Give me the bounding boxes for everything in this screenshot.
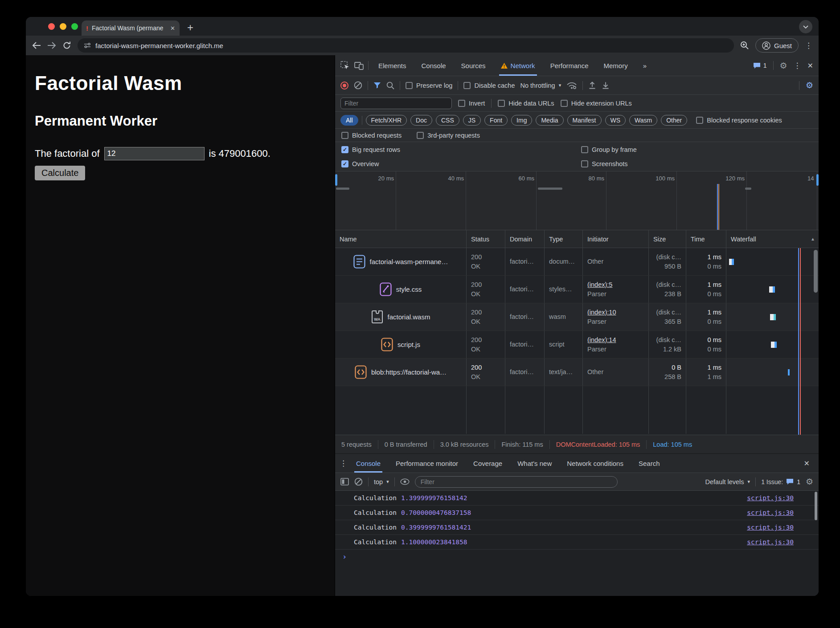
console-sidebar-icon[interactable] [340,478,349,485]
table-row[interactable]: style.css 200OK factori… styles… (index)… [335,276,819,303]
table-row[interactable]: script.js 200OK factori… script (index):… [335,331,819,359]
network-settings-icon[interactable]: ⚙ [806,81,813,90]
tab-elements[interactable]: Elements [373,55,412,76]
group-by-frame-checkbox[interactable] [581,146,588,153]
tab-close-icon[interactable]: ✕ [170,25,175,32]
drawer-tab-network-conditions[interactable]: Network conditions [561,454,630,473]
filter-pill-all[interactable]: All [340,115,358,126]
drawer-close-icon[interactable]: ✕ [804,459,814,468]
tab-network[interactable]: Network [496,55,541,76]
issues-counter[interactable]: 1 [753,62,767,69]
network-filter-input[interactable] [340,98,452,109]
tab-sources[interactable]: Sources [456,55,491,76]
tab-memory[interactable]: Memory [598,55,633,76]
clear-console-icon[interactable] [354,477,363,486]
drawer-tab-performance-monitor[interactable]: Performance monitor [389,454,464,473]
blocked-response-cookies-toggle[interactable]: Blocked response cookies [696,117,782,124]
column-header-time[interactable]: Time [686,230,726,248]
filter-pill-ws[interactable]: WS [605,115,626,126]
drawer-tab-whats-new[interactable]: What's new [511,454,558,473]
drawer-menu-icon[interactable]: ⋮ [340,459,347,468]
devtools-close-icon[interactable]: ✕ [807,61,813,70]
filter-pill-img[interactable]: Img [511,115,532,126]
blocked-response-cookies-checkbox[interactable] [696,117,703,124]
source-link[interactable]: script.js:30 [747,509,794,516]
reload-button[interactable] [62,41,71,50]
close-window-button[interactable] [48,23,55,30]
issues-counter[interactable]: 1 Issue: 1 [761,478,800,485]
browser-menu-button[interactable]: ⋮ [805,41,812,50]
column-header-status[interactable]: Status [467,230,505,248]
console-filter-input[interactable] [415,476,618,488]
more-tabs-button[interactable]: » [638,55,652,76]
filter-pill-wasm[interactable]: Wasm [629,115,657,126]
devtools-menu-icon[interactable]: ⋮ [794,61,801,70]
minimize-window-button[interactable] [60,23,66,30]
import-har-icon[interactable] [588,82,596,90]
disable-cache-toggle[interactable]: Disable cache [463,82,515,89]
search-icon[interactable] [386,82,394,90]
table-row[interactable]: factorial-wasm-permane… 200OK factori… d… [335,248,819,276]
inspect-element-icon[interactable] [340,61,350,70]
table-row[interactable]: blob:https://factorial-wa… 200OK factori… [335,359,819,386]
big-request-rows-checkbox[interactable] [341,146,348,153]
drawer-tab-search[interactable]: Search [632,454,666,473]
initiator-link[interactable]: (index):5 [587,280,644,290]
column-header-name[interactable]: Name [335,230,467,248]
filter-pill-fetch-xhr[interactable]: Fetch/XHR [366,115,407,126]
log-levels-select[interactable]: Default levels ▾ [705,478,750,485]
devtools-settings-icon[interactable]: ⚙ [780,61,787,70]
console-prompt[interactable]: › [335,550,819,564]
screenshots-checkbox[interactable] [581,160,588,167]
column-header-size[interactable]: Size [649,230,686,248]
clear-network-log-icon[interactable] [354,81,362,90]
maximize-window-button[interactable] [71,23,78,30]
calculate-button[interactable]: Calculate [35,166,85,180]
console-settings-icon[interactable]: ⚙ [806,477,813,486]
url-bar[interactable]: factorial-wasm-permanent-worker.glitch.m… [78,38,734,53]
overview-toggle[interactable]: Overview [341,160,379,167]
filter-pill-manifest[interactable]: Manifest [567,115,602,126]
network-conditions-icon[interactable] [566,81,577,90]
drawer-tab-coverage[interactable]: Coverage [467,454,508,473]
filter-pill-media[interactable]: Media [536,115,563,126]
third-party-requests-checkbox[interactable] [417,132,424,139]
initiator-link[interactable]: (index):14 [587,335,644,345]
hide-data-urls-checkbox[interactable] [498,100,505,107]
blocked-requests-checkbox[interactable] [341,132,348,139]
column-header-domain[interactable]: Domain [505,230,545,248]
console-scrollbar[interactable] [815,492,817,520]
network-overview-timeline[interactable]: 20 ms 40 ms 60 ms 80 ms 100 ms 120 ms 14 [335,171,819,230]
disable-cache-checkbox[interactable] [463,82,471,89]
site-settings-icon[interactable] [84,42,91,49]
big-request-rows-toggle[interactable]: Big request rows [341,146,400,153]
filter-pill-js[interactable]: JS [463,115,481,126]
filter-pill-css[interactable]: CSS [436,115,459,126]
throttling-select[interactable]: No throttling ▾ [520,82,561,89]
third-party-requests-toggle[interactable]: 3rd-party requests [417,132,480,139]
live-expression-icon[interactable] [400,478,410,485]
tab-performance[interactable]: Performance [545,55,594,76]
factorial-input[interactable] [104,147,205,160]
context-select[interactable]: top ▾ [374,478,389,485]
hide-extension-urls-toggle[interactable]: Hide extension URLs [561,100,632,107]
device-toolbar-icon[interactable] [354,61,364,70]
overview-left-handle[interactable] [335,174,337,186]
filter-pill-doc[interactable]: Doc [410,115,432,126]
hide-data-urls-toggle[interactable]: Hide data URLs [498,100,554,107]
table-scrollbar[interactable] [814,250,818,293]
profile-button[interactable]: Guest [755,38,799,53]
table-row[interactable]: WA factorial.wasm 200OK factori… wasm (i… [335,303,819,331]
overview-checkbox[interactable] [341,160,348,167]
initiator-link[interactable]: (index):10 [587,308,644,317]
hide-extension-urls-checkbox[interactable] [561,100,568,107]
back-button[interactable] [32,42,41,49]
column-header-waterfall[interactable]: Waterfall ▲ [726,230,819,248]
preserve-log-toggle[interactable]: Preserve log [406,82,452,89]
invert-checkbox[interactable] [458,100,465,107]
zoom-icon[interactable] [740,41,749,50]
group-by-frame-toggle[interactable]: Group by frame [581,146,637,153]
column-header-initiator[interactable]: Initiator [583,230,649,248]
filter-pill-other[interactable]: Other [661,115,687,126]
tab-console[interactable]: Console [416,55,451,76]
